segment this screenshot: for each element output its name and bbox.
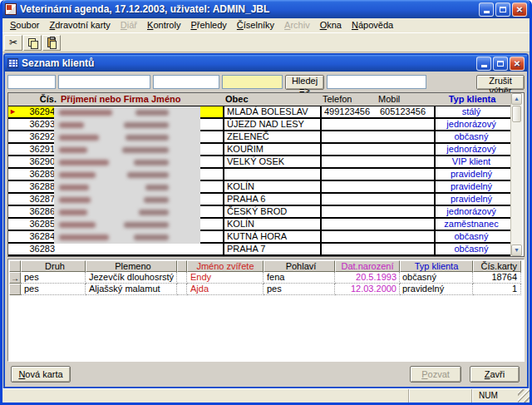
col-header-jmeno-zvirete[interactable]: Jméno zvířete	[187, 260, 264, 272]
client-city: ČESKÝ BROD	[223, 206, 320, 217]
pet-gap-cell	[177, 284, 187, 295]
search-field-jmeno[interactable]	[153, 75, 219, 89]
blurred-firstname	[145, 185, 169, 190]
col-header-typ-klienta-pet[interactable]: Typ klienta	[400, 260, 473, 272]
paste-icon	[47, 37, 56, 47]
col-header-cis-klienta[interactable]: Čís. klienta	[8, 93, 58, 106]
blur-row	[54, 106, 200, 119]
col-header-druh[interactable]: Druh	[21, 260, 86, 272]
button-row: Nová karta Pozvat Zavři	[7, 363, 525, 385]
scroll-down-button[interactable]: ▼	[511, 244, 522, 256]
nova-karta-button[interactable]: Nová karta	[11, 366, 71, 383]
client-city: PRAHA 6	[223, 194, 320, 205]
cut-button[interactable]: ✂	[4, 35, 22, 51]
row-marker	[8, 144, 18, 155]
client-type: občasný	[434, 244, 507, 254]
status-bar: NUM	[2, 388, 530, 403]
blurred-firstname	[144, 197, 169, 203]
child-close-button[interactable]: ✕	[510, 57, 525, 71]
client-city: KOLÍN	[223, 219, 320, 230]
col-header-typ-klienta[interactable]: Typ klienta	[436, 93, 509, 106]
menu-item-přehledy[interactable]: Přehledy	[185, 19, 231, 32]
client-telefon	[322, 244, 380, 254]
client-mobil	[380, 131, 434, 142]
col-header-cis-karty[interactable]: Čís.karty	[473, 260, 521, 272]
menu-item-diář[interactable]: Diář	[116, 19, 142, 32]
pet-client-type: pravidelný	[400, 284, 473, 295]
col-header-jmeno[interactable]: Jméno	[151, 93, 223, 106]
client-phones-cell	[320, 194, 434, 205]
menu-item-nápověda[interactable]: Nápověda	[347, 19, 398, 32]
client-list-titlebar: Seznam klientů ✕	[5, 55, 527, 72]
client-telefon	[322, 144, 380, 155]
app-icon	[5, 3, 17, 15]
client-number: 36284	[18, 231, 58, 242]
scrollbar-track[interactable]	[511, 123, 522, 244]
menu-item-zdravotní-karty[interactable]: Zdravotní karty	[44, 19, 115, 32]
pet-card-number: 1	[473, 284, 521, 295]
pet-row[interactable]: →pesJezevčík dlouhosrstýEndyfena20.5.199…	[9, 272, 521, 284]
minimize-icon	[484, 11, 490, 13]
close-button[interactable]: ✕	[512, 2, 527, 17]
menu-item-okna[interactable]: Okna	[315, 19, 347, 32]
search-field-extra[interactable]	[327, 75, 426, 89]
search-row: Hledej => Zrušit výběr	[7, 74, 525, 90]
menu-item-archiv[interactable]: Archiv	[279, 19, 315, 32]
menu-item-soubor[interactable]: Soubor	[5, 19, 44, 32]
client-mobil	[380, 169, 434, 180]
pets-marker-header	[9, 260, 21, 272]
maximize-button[interactable]	[495, 2, 510, 17]
num-lock-indicator: NUM	[471, 389, 518, 403]
blur-row	[54, 206, 200, 219]
col-header-prijmeni[interactable]: Příjmení nebo Firma	[58, 93, 151, 106]
zrusit-vyber-button[interactable]: Zrušit výběr	[476, 75, 525, 90]
zavri-button[interactable]: Zavři	[470, 366, 520, 383]
maximize-icon	[500, 7, 506, 12]
search-field-obec[interactable]	[222, 75, 283, 89]
blur-row	[54, 144, 200, 156]
client-number: 36290	[18, 156, 58, 167]
pets-table-header: Druh Plemeno Jméno zvířete Pohlaví Dat.n…	[9, 260, 521, 272]
copy-button[interactable]	[23, 35, 42, 51]
client-phones-cell	[320, 231, 434, 242]
blurred-firstname	[134, 160, 169, 165]
client-type: občasný	[434, 231, 507, 242]
col-header-mobil[interactable]: Mobil	[378, 93, 436, 106]
col-header-obec[interactable]: Obec	[223, 93, 320, 106]
search-field-prijmeni[interactable]	[58, 75, 150, 89]
menu-item-kontroly[interactable]: Kontroly	[142, 19, 185, 32]
col-header-telefon[interactable]: Telefon	[320, 93, 378, 106]
minimize-button[interactable]	[479, 2, 494, 17]
client-phones-cell	[320, 244, 434, 254]
app-title: Veterinární agenda, 17.12.2003, uživatel…	[20, 3, 477, 15]
child-maximize-button[interactable]	[493, 57, 508, 71]
col-header-pohlavi[interactable]: Pohlaví	[264, 260, 335, 272]
search-field-cislo[interactable]	[7, 75, 56, 89]
client-phones-cell	[320, 169, 434, 180]
menu-item-číselníky[interactable]: Číselníky	[232, 19, 279, 32]
blurred-firstname	[124, 222, 169, 228]
client-number: 36286	[18, 206, 58, 217]
resize-grip[interactable]	[518, 389, 530, 403]
client-row[interactable]: 36283PRAHA 7občasný	[8, 244, 510, 256]
close-icon: ✕	[514, 59, 520, 68]
pozvat-button[interactable]: Pozvat	[410, 366, 461, 383]
scroll-up-button[interactable]: ▲	[511, 93, 522, 105]
vertical-scrollbar[interactable]: ▲ ▼	[510, 93, 522, 256]
hledej-button[interactable]: Hledej =>	[285, 75, 324, 90]
col-header-dat-narozeni[interactable]: Dat.narození	[335, 260, 400, 272]
paste-button[interactable]	[42, 35, 61, 51]
status-pane-1	[408, 389, 471, 403]
pet-row[interactable]: pesAljašský malamutAjdapes12.03.2000prav…	[9, 284, 521, 295]
child-minimize-button[interactable]	[476, 57, 491, 71]
pet-breed: Jezevčík dlouhosrstý	[86, 272, 177, 284]
scrollbar-thumb[interactable]	[512, 106, 521, 122]
col-header-plemeno[interactable]: Plemeno	[86, 260, 177, 272]
client-number: 36283	[18, 244, 58, 254]
client-telefon	[322, 119, 380, 130]
blur-row	[54, 181, 200, 194]
row-marker	[8, 119, 18, 130]
client-city: VELKÝ OSEK	[223, 156, 320, 167]
blur-row	[54, 169, 200, 181]
blurred-firstname	[139, 210, 169, 215]
